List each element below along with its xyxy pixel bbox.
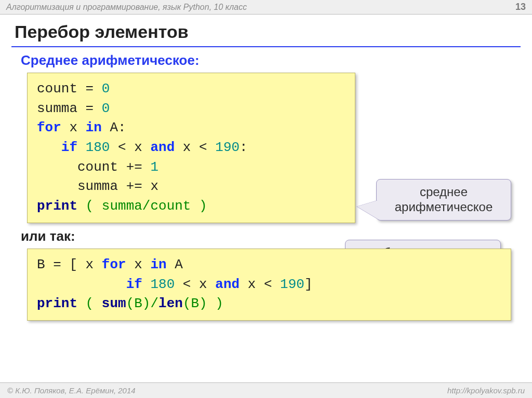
code-literal: 0 [102,81,110,97]
code-expr: ( [77,296,102,311]
code-text [77,140,86,155]
code-text: ] [304,277,313,292]
code-expr: ( summa/count ) [77,198,207,214]
callout-line: арифметическое [395,200,493,214]
page-number: 13 [515,2,526,12]
code-text: x < [240,277,280,292]
code-text: x [126,257,151,272]
code-keyword: in [86,120,102,135]
code-block-2: B = [ x for x in A if 180 < x and x < 19… [27,249,511,321]
code-text: x < [175,140,215,155]
code-literal: 0 [102,101,110,116]
code-builtin: len [158,296,183,311]
code-text: A: [102,120,126,135]
footer-copyright: © К.Ю. Поляков, Е.А. Ерёмин, 2014 [7,386,136,395]
callout-tail-icon [357,200,378,219]
code-text: : [240,140,248,155]
topbar: Алгоритмизация и программирование, язык … [0,0,532,15]
code-builtin: print [37,296,77,311]
code-literal: 190 [280,277,304,292]
code-text: = [77,81,102,97]
callout-average: среднее арифметическое [376,179,511,221]
code-text: summa [37,101,77,116]
code-text: < x [175,277,215,292]
code-text: A [167,257,191,272]
code-keyword: and [150,140,175,155]
code-builtin: print [37,198,77,214]
code-builtin: sum [102,296,126,311]
callout-line: среднее [420,185,468,199]
code-text: < x [110,140,150,155]
code-keyword: for [102,257,126,272]
code-keyword: in [150,257,166,272]
section-title-1: Среднее арифметическое: [21,52,532,68]
code-block-1: count = 0 summa = 0 for x in A: if 180 <… [27,73,355,223]
code-text [142,277,151,292]
code-text: count += [37,159,150,175]
code-text: count [37,81,77,97]
code-keyword: if [37,140,77,155]
code-literal: 180 [86,140,110,155]
code-literal: 1 [150,159,158,175]
code-keyword: for [37,120,61,135]
code-text: B = [ x [37,257,102,272]
page-title: Перебор элементов [0,15,532,44]
footer: © К.Ю. Поляков, Е.А. Ерёмин, 2014 http:/… [0,382,532,398]
code-text: = [77,101,102,116]
code-expr: (B)/ [126,296,158,311]
title-rule [11,46,521,47]
code-literal: 190 [215,140,240,155]
code-keyword: and [215,277,240,292]
code-expr: (B) ) [183,296,223,311]
course-title: Алгоритмизация и программирование, язык … [6,3,247,12]
code-literal: 180 [150,277,175,292]
code-keyword: if [37,277,142,292]
code-text: summa += x [37,179,158,194]
footer-url: http://kpolyakov.spb.ru [447,386,525,395]
code-text: x [61,120,86,135]
